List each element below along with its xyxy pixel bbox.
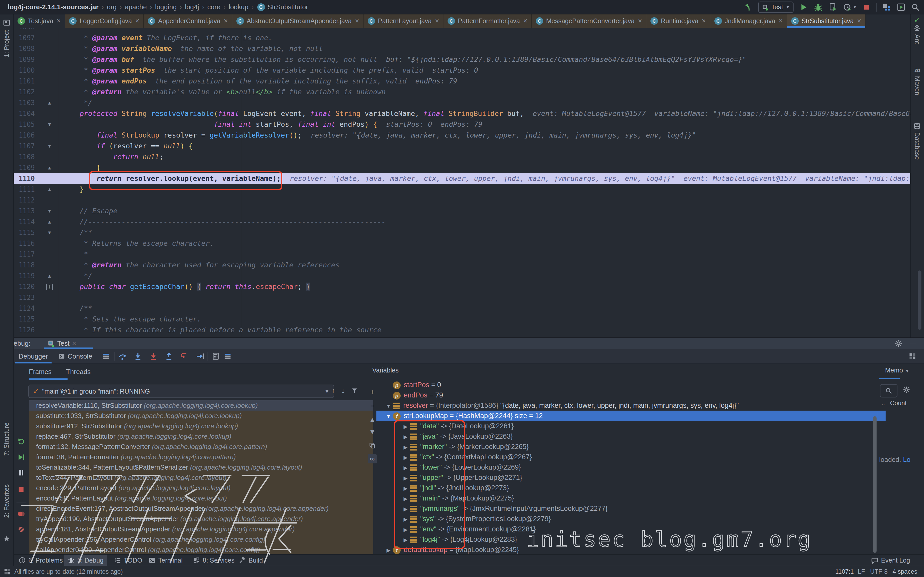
favorites-star-icon[interactable] <box>3 535 10 542</box>
fold-marker[interactable]: ▴ <box>44 97 55 108</box>
code-line[interactable]: 1118 * @return the character used for es… <box>0 259 911 271</box>
toolwindow-maven-icon[interactable]: m <box>913 66 921 73</box>
code-editor[interactable]: 1096 *1097 * @param event The LogEvent, … <box>0 14 911 337</box>
thread-selector[interactable]: ✓ "main"@1 in group "main": RUNNING ▼ <box>28 385 334 398</box>
back-arrow-icon[interactable] <box>744 3 753 11</box>
move-up[interactable]: ▲ <box>367 416 378 424</box>
restore-layout-icon[interactable] <box>908 352 916 360</box>
load-classes-link[interactable]: Lo <box>903 456 911 463</box>
mute-breakpoints-icon[interactable] <box>17 525 25 533</box>
indent-setting[interactable]: 4 spaces <box>893 566 917 577</box>
debug-tab-console[interactable]: Console <box>53 349 97 363</box>
fold-marker[interactable]: ▾ <box>44 206 55 216</box>
layout-icon[interactable] <box>102 352 110 360</box>
close-icon[interactable]: × <box>857 18 861 24</box>
drop-frame-icon[interactable] <box>180 352 189 360</box>
duplicate-watch[interactable] <box>367 441 378 449</box>
tool-windows-button-icon[interactable] <box>882 3 891 11</box>
stack-frame-row[interactable]: substitute:912, StrSubstitutor (org.apac… <box>29 421 373 431</box>
code-line[interactable]: 1097 * @param event The LogEvent, if the… <box>0 32 911 43</box>
close-icon[interactable]: × <box>638 18 642 24</box>
breadcrumb-item[interactable]: lookup <box>229 3 249 11</box>
move-down[interactable]: ▼ <box>367 428 378 436</box>
evaluate-expression-icon[interactable] <box>212 352 220 360</box>
code-line[interactable]: 1123 <box>0 292 911 303</box>
stack-frame-row[interactable]: append:181, AbstractOutputStreamAppender… <box>29 524 373 534</box>
variable-row[interactable]: pendPos = 79 <box>376 390 885 400</box>
fold-marker[interactable]: ▴ <box>44 184 55 195</box>
rerun-icon[interactable] <box>17 438 25 446</box>
breadcrumb-item[interactable]: StrSubstitutor <box>268 3 309 11</box>
editor-tab[interactable]: CTest.java× <box>13 14 65 28</box>
stack-frame-row[interactable]: tryCallAppender:156, AppenderControl (or… <box>29 534 373 545</box>
stack-frame-row[interactable]: format:38, PatternFormatter (org.apache.… <box>29 452 373 462</box>
code-line[interactable]: 1100 * @param startPos the start positio… <box>0 65 911 76</box>
close-icon[interactable]: × <box>523 18 527 24</box>
stop-button-icon[interactable] <box>863 3 871 11</box>
stop-icon[interactable] <box>17 485 25 493</box>
variables-scrollbar[interactable] <box>873 416 877 553</box>
variable-row[interactable]: ▼resolver = {Interpolator@1586} "{date, … <box>376 400 885 411</box>
window-icon[interactable] <box>3 566 11 577</box>
up-stack-icon[interactable]: ↑ <box>331 387 335 395</box>
code-line[interactable]: 1113▾ // Escape <box>0 206 911 216</box>
run-to-cursor-icon[interactable] <box>195 352 204 360</box>
memory-gear-icon[interactable] <box>903 386 910 393</box>
breadcrumb-item[interactable]: logging <box>155 3 177 11</box>
editor-tab[interactable]: CPatternFormatter.java× <box>443 14 531 28</box>
tab-threads[interactable]: Threads <box>66 368 90 376</box>
close-icon[interactable]: × <box>779 18 783 24</box>
fold-marker[interactable]: ▴ <box>44 162 55 173</box>
code-line[interactable]: 1120+ public char getEscapeChar() { retu… <box>0 281 911 292</box>
code-line[interactable]: 1116 * Returns the escape character. <box>0 238 911 249</box>
toolwindow-button-terminal[interactable]: Terminal <box>145 554 186 566</box>
code-line[interactable]: 1099 * @param buf the buffer where the s… <box>0 54 911 65</box>
debug-button-icon[interactable] <box>814 3 823 12</box>
sidebar-item-favorites[interactable]: 2: Favorites <box>3 484 10 518</box>
step-out-icon[interactable] <box>165 352 173 360</box>
debug-settings-icon[interactable] <box>895 340 902 347</box>
evaluate-infinity[interactable]: ∞ <box>368 454 377 463</box>
code-line[interactable]: 1103▴ */ <box>0 97 911 108</box>
close-icon[interactable]: × <box>135 18 139 24</box>
stack-frame-row[interactable]: substitute:1033, StrSubstitutor (org.apa… <box>29 411 373 421</box>
editor-tab[interactable]: CPatternLayout.java× <box>363 14 443 28</box>
hide-panel-icon[interactable]: — <box>909 340 916 348</box>
stack-frame-row[interactable]: encode:229, PatternLayout (org.apache.lo… <box>29 483 373 493</box>
stack-frame-row[interactable]: toText:244, PatternLayout (org.apache.lo… <box>29 472 373 483</box>
file-encoding[interactable]: UTF-8 <box>870 566 888 577</box>
run-button-icon[interactable] <box>799 3 808 11</box>
inspections-ok-icon[interactable]: ✓ <box>914 15 921 24</box>
view-breakpoints-icon[interactable] <box>17 510 25 518</box>
coverage-button-icon[interactable] <box>829 3 837 11</box>
add-watch[interactable]: + <box>367 388 378 396</box>
variable-row[interactable]: pstartPos = 0 <box>376 380 885 390</box>
fold-marker[interactable]: ▾ <box>44 227 55 238</box>
code-line[interactable]: 1102 * @return the variable's value or <… <box>0 87 911 97</box>
stack-frame-row[interactable]: resolveVariable:1110, StrSubstitutor (or… <box>29 400 373 411</box>
stack-frame-row[interactable]: replace:467, StrSubstitutor (org.apache.… <box>29 431 373 442</box>
code-line[interactable]: 1114▴ //--------------------------------… <box>0 216 911 227</box>
fold-marker[interactable]: ▴ <box>44 271 55 281</box>
editor-tab[interactable]: CStrSubstitutor.java× <box>787 14 866 28</box>
editor-tab[interactable]: CAbstractOutputStreamAppender.java× <box>232 14 363 28</box>
chevron-expanded-icon[interactable]: ▼ <box>384 411 393 421</box>
remove-watch[interactable]: − <box>367 402 378 410</box>
run-window-button-icon[interactable] <box>897 3 905 11</box>
code-line[interactable]: 1125 * Sets the escape character. <box>0 314 911 324</box>
profiler-button[interactable]: ▼ <box>843 3 857 11</box>
close-icon[interactable]: × <box>355 18 359 24</box>
variable-row[interactable]: ▼fstrLookupMap = {HashMap@2244} size = 1… <box>376 411 885 421</box>
close-icon[interactable]: × <box>224 18 228 24</box>
editor-tab[interactable]: CMessagePatternConverter.java× <box>531 14 646 28</box>
breadcrumb[interactable]: log4j-core-2.14.1-sources.jar›org›apache… <box>8 0 308 14</box>
memory-search-box[interactable] <box>880 384 897 398</box>
step-over-icon[interactable] <box>118 352 127 360</box>
sidebar-item-structure[interactable]: 7: Structure <box>3 422 10 456</box>
close-icon[interactable]: × <box>702 18 706 24</box>
toolwindow-button-todo[interactable]: TODO <box>110 554 146 566</box>
tab-frames[interactable]: Frames <box>29 368 52 376</box>
down-stack-icon[interactable]: ↓ <box>341 387 345 395</box>
sidebar-item-database[interactable]: Database <box>913 132 921 160</box>
breadcrumb-item[interactable]: apache <box>125 3 147 11</box>
